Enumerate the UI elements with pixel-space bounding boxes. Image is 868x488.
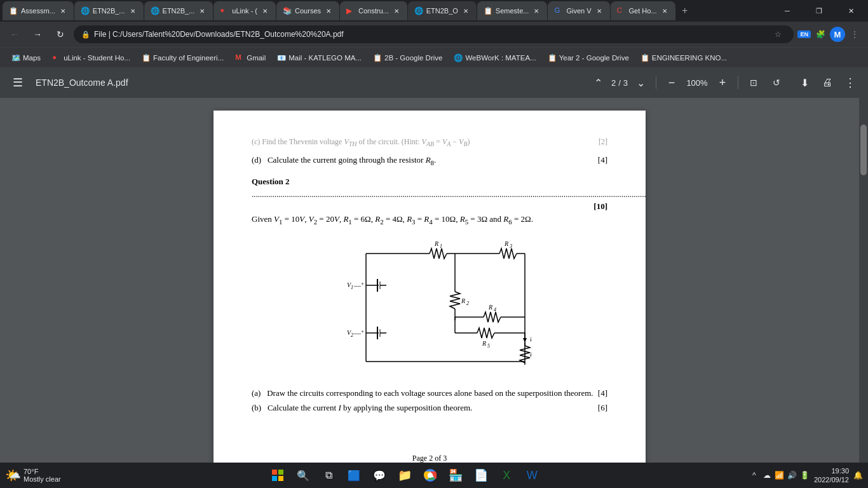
store-button[interactable]: 🏪	[444, 464, 467, 487]
svg-text:I: I	[529, 336, 531, 342]
acrobat-icon: 📄	[474, 468, 488, 482]
bookmarks-bar: 🗺️ Maps ● uLink - Student Ho... 📋 Facult…	[0, 47, 868, 67]
weather-desc: Mostly clear	[24, 475, 61, 483]
tab-2-label: ETN2B_...	[93, 7, 125, 15]
svg-text:4: 4	[494, 307, 496, 313]
scrollbar-thumb[interactable]	[860, 125, 867, 175]
download-button[interactable]: ⬇	[794, 72, 815, 93]
task-view-button[interactable]: ⧉	[317, 464, 340, 487]
tab-2[interactable]: 🌐 ETN2B_... ✕	[74, 1, 144, 20]
pdf-viewport[interactable]: (c) Find the Thevenin voltage VTH of the…	[0, 98, 859, 463]
tab-4-close[interactable]: ✕	[261, 6, 269, 15]
bookmark-year2-drive[interactable]: 📋 Year 2 - Google Drive	[543, 50, 634, 65]
zoom-out-button[interactable]: −	[661, 72, 682, 93]
svg-rect-51	[272, 470, 277, 475]
back-button[interactable]: ←	[5, 25, 24, 44]
menu-button[interactable]: ⋮	[846, 26, 863, 43]
acrobat-button[interactable]: 📄	[470, 464, 492, 487]
chat-button[interactable]: 💬	[368, 464, 391, 487]
minimize-button[interactable]: ─	[773, 1, 802, 20]
reload-button[interactable]: ↻	[51, 25, 70, 44]
tab-1[interactable]: 📋 Assessm... ✕	[3, 1, 74, 20]
forward-button[interactable]: →	[28, 25, 47, 44]
bookmark-mail[interactable]: 📧 Mail - KATLEGO MA...	[272, 50, 367, 65]
print-button[interactable]: 🖨	[817, 72, 837, 93]
file-explorer-button[interactable]: 📁	[393, 464, 416, 487]
tab-7-label: ETN2B_O	[426, 7, 458, 15]
close-button[interactable]: ✕	[836, 1, 865, 20]
system-tray: ^ ☁ 📶 🔊 🔋	[749, 470, 810, 480]
tab-7-icon: 🌐	[414, 6, 423, 15]
svg-text:2: 2	[466, 301, 469, 306]
tab-7[interactable]: 🌐 ETN2B_O ✕	[408, 1, 477, 20]
restore-button[interactable]: ❐	[804, 1, 834, 20]
tab-5-label: Courses	[295, 7, 321, 15]
tab-9[interactable]: G Given V ✕	[548, 1, 609, 20]
fit-page-button[interactable]: ⊡	[743, 72, 764, 93]
tab-3[interactable]: 🌐 ETN2B_... ✕	[144, 1, 214, 20]
pdf-controls: ⌃ 2 / 3 ⌄ − 100% + ⊡ ↺ ⬇ 🖨 ⋮	[588, 72, 860, 93]
time-date[interactable]: 19:30 2022/09/12	[814, 466, 849, 485]
bookmark-maps[interactable]: 🗺️ Maps	[6, 50, 46, 65]
zoom-in-button[interactable]: +	[712, 72, 733, 93]
tab-4-icon: ●	[220, 6, 229, 15]
tab-6[interactable]: ▶ Constru... ✕	[340, 1, 407, 20]
prev-page-button[interactable]: ⌃	[588, 72, 609, 93]
wifi-icon[interactable]: 📶	[775, 470, 785, 480]
volume-icon[interactable]: 🔊	[787, 470, 797, 480]
current-page[interactable]: 2	[611, 78, 616, 88]
weather-widget[interactable]: 🌤️ 70°F Mostly clear	[5, 468, 61, 483]
rotate-button[interactable]: ↺	[766, 72, 787, 93]
pdf-scroll-area[interactable]: (c) Find the Thevenin voltage VTH of the…	[0, 98, 868, 463]
address-text: File | C:/Users/Talent%20Dev/Downloads/E…	[94, 30, 766, 39]
search-icon: 🔍	[297, 470, 309, 482]
tab-10[interactable]: C Get Ho... ✕	[611, 1, 675, 20]
new-tab-button[interactable]: +	[676, 2, 694, 20]
address-bar[interactable]: 🔒 File | C:/Users/Talent%20Dev/Downloads…	[74, 25, 794, 43]
bookmark-ulink[interactable]: ● uLink - Student Ho...	[47, 50, 135, 65]
tab-7-close[interactable]: ✕	[461, 6, 470, 15]
tab-6-close[interactable]: ✕	[392, 6, 401, 15]
bookmark-webwork[interactable]: 🌐 WeBWorK : MATEA...	[449, 50, 541, 65]
profile-button[interactable]: M	[830, 27, 845, 42]
excel-button[interactable]: X	[495, 464, 518, 487]
tab-9-icon: G	[554, 6, 563, 15]
separator-2	[738, 76, 738, 89]
tab-9-close[interactable]: ✕	[595, 6, 604, 15]
bookmark-gmail[interactable]: M Gmail	[230, 50, 271, 65]
svg-text:R: R	[529, 351, 531, 358]
scrollbar[interactable]	[859, 98, 868, 463]
word-button[interactable]: W	[520, 464, 543, 487]
tab-8-close[interactable]: ✕	[532, 6, 541, 15]
part-b-marks: [6]	[598, 402, 607, 414]
bookmark-star-button[interactable]: ☆	[770, 26, 786, 43]
bookmark-faculty[interactable]: 📋 Faculty of Engineeri...	[137, 50, 229, 65]
more-options-button[interactable]: ⋮	[840, 72, 860, 93]
bookmark-2b-drive[interactable]: 📋 2B - Google Drive	[368, 50, 447, 65]
tab-1-close[interactable]: ✕	[58, 6, 67, 15]
tab-5[interactable]: 📚 Courses ✕	[276, 1, 339, 20]
tab-2-close[interactable]: ✕	[128, 6, 137, 15]
tab-4[interactable]: ● uLink - ( ✕	[214, 1, 276, 20]
tab-5-close[interactable]: ✕	[324, 6, 333, 15]
extensions-button[interactable]: 🧩	[812, 26, 829, 43]
start-button[interactable]	[266, 464, 289, 487]
widgets-button[interactable]: 🟦	[342, 464, 365, 487]
window-controls: ─ ❐ ✕	[773, 1, 865, 20]
pdf-menu-button[interactable]: ☰	[8, 72, 28, 93]
tab-10-close[interactable]: ✕	[660, 6, 669, 15]
eng-kno-icon: 📋	[641, 53, 649, 62]
chevron-up-icon[interactable]: ^	[749, 470, 759, 480]
tab-8[interactable]: 📋 Semeste... ✕	[477, 1, 548, 20]
chrome-button[interactable]	[419, 464, 442, 487]
next-page-button[interactable]: ⌄	[630, 72, 651, 93]
tab-3-close[interactable]: ✕	[198, 6, 207, 15]
notification-icon[interactable]: 🔔	[853, 470, 863, 480]
cloud-icon[interactable]: ☁	[762, 470, 772, 480]
tab-1-label: Assessm...	[21, 7, 55, 15]
partial-line-c: (c) Find the Thevenin voltage VTH of the…	[252, 136, 607, 149]
bookmark-eng-kno[interactable]: 📋 ENGINEERING KNO...	[635, 50, 732, 65]
battery-icon[interactable]: 🔋	[800, 470, 810, 480]
search-button[interactable]: 🔍	[292, 464, 315, 487]
svg-text:1: 1	[351, 285, 353, 290]
